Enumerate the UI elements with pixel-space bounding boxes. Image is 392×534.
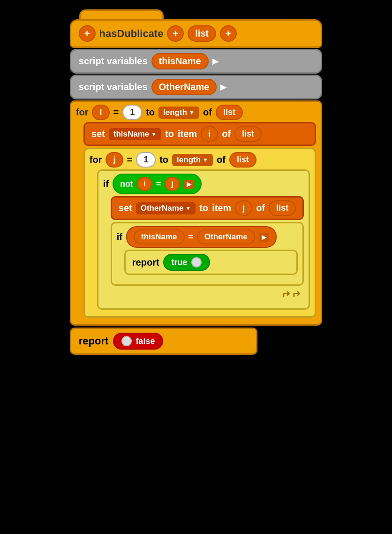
for-j-start[interactable]: 1 [136, 152, 156, 168]
true-label: true [172, 258, 188, 267]
if-thisname-container: if thisName = OtherName ▶ report [111, 222, 304, 286]
report-false-block: report false [70, 328, 257, 355]
if-not-keyword: if [103, 179, 109, 190]
hat-block: + hasDublicate + list + [70, 19, 322, 48]
set-thisname-keyword: set [91, 129, 105, 139]
scroll-arrow-1[interactable]: ↵ [281, 288, 290, 300]
hat-plus2[interactable]: + [167, 25, 184, 42]
hat-plus1[interactable]: + [79, 25, 96, 42]
set-thisname-list[interactable]: list [234, 126, 262, 142]
for-j-eq: = [127, 154, 133, 165]
if-not-j[interactable]: j [165, 177, 180, 191]
set-othername-item: item [212, 203, 231, 214]
if-not-footer [103, 302, 304, 305]
if-not-eq: = [156, 179, 161, 189]
for-i-to: to [146, 107, 155, 118]
for-j-length[interactable]: length ▼ [172, 154, 213, 166]
set-thisname-item: item [178, 129, 197, 139]
for-i-of: of [203, 107, 212, 118]
for-j-footer [90, 310, 310, 313]
if-thisname-footer [117, 277, 298, 282]
not-label: not [120, 179, 133, 189]
set-thisname-of: of [222, 129, 231, 139]
script-variables-2-label: script variables [79, 82, 148, 92]
if-thisname-keyword: if [117, 232, 122, 243]
if-not-header: if not i = j ▶ [103, 174, 304, 194]
set-thisname-i[interactable]: i [201, 126, 218, 142]
for-i-length-arrow: ▼ [189, 109, 195, 116]
set-othername-dropdown-arrow: ▼ [185, 205, 191, 212]
for-i-eq: = [113, 107, 119, 118]
report-true-keyword: report [132, 257, 159, 268]
false-toggle[interactable] [121, 336, 132, 346]
if-thisname-var2[interactable]: OtherName [197, 229, 255, 244]
false-label: false [136, 336, 155, 346]
if-thisname-eq: = [188, 232, 194, 242]
thisname-condition[interactable]: thisName = OtherName ▶ [126, 226, 277, 248]
report-true-block: report true [124, 250, 298, 275]
for-i-header: for i = 1 to length ▼ of list [76, 105, 316, 120]
set-othername-j[interactable]: j [235, 200, 252, 216]
scroll-arrows: ↵ ↵ [103, 286, 304, 302]
for-j-var[interactable]: j [106, 152, 123, 168]
for-j-keyword: for [90, 154, 102, 165]
for-j-to: to [159, 154, 168, 165]
for-i-container: for i = 1 to length ▼ of list set thisNa… [70, 100, 322, 326]
set-thisname-block: set thisName ▼ to item i of list [83, 122, 316, 146]
script-variables-2-arrow[interactable]: ▶ [220, 83, 226, 92]
if-not-container: if not i = j ▶ set OtherName ▼ [97, 169, 310, 310]
true-toggle[interactable] [191, 257, 202, 267]
script-variables-1-var[interactable]: thisName [151, 53, 209, 69]
for-i-list[interactable]: list [216, 105, 243, 120]
blocks-container: + hasDublicate + list + script variables… [70, 9, 322, 355]
hat-label: hasDublicate [99, 28, 164, 40]
for-j-length-arrow: ▼ [203, 157, 208, 163]
for-i-footer [76, 318, 316, 321]
set-othername-list[interactable]: list [269, 200, 296, 216]
for-i-start[interactable]: 1 [122, 105, 142, 120]
set-othername-of: of [256, 203, 265, 214]
false-pill[interactable]: false [113, 333, 163, 350]
for-i-length[interactable]: length ▼ [158, 107, 199, 119]
for-j-container: for j = 1 to length ▼ of list if [83, 148, 316, 318]
script-variables-1-arrow[interactable]: ▶ [212, 57, 218, 66]
for-i-keyword: for [76, 107, 89, 118]
if-thisname-arrow[interactable]: ▶ [259, 233, 269, 242]
if-not-i[interactable]: i [137, 177, 152, 191]
if-thisname-header: if thisName = OtherName ▶ [117, 226, 298, 248]
not-condition[interactable]: not i = j ▶ [113, 174, 202, 194]
hat-plus3[interactable]: + [220, 25, 237, 42]
for-j-list[interactable]: list [229, 152, 256, 168]
true-pill[interactable]: true [163, 254, 210, 271]
for-j-header: for j = 1 to length ▼ of list [90, 152, 310, 168]
set-othername-to: to [199, 203, 208, 214]
script-variables-1: script variables thisName ▶ [70, 49, 322, 74]
report-false-keyword: report [79, 335, 109, 347]
script-variables-2-var[interactable]: OtherName [151, 79, 217, 95]
if-not-arrow[interactable]: ▶ [184, 180, 194, 189]
for-j-of: of [217, 154, 226, 165]
hat-param[interactable]: list [188, 25, 216, 42]
set-thisname-arrow: ▼ [151, 131, 157, 137]
scroll-arrow-2[interactable]: ↵ [292, 288, 300, 300]
set-othername-var[interactable]: OtherName ▼ [136, 202, 196, 214]
set-thisname-var[interactable]: thisName ▼ [109, 128, 161, 140]
set-thisname-to: to [165, 129, 174, 139]
set-othername-keyword: set [119, 203, 132, 214]
set-othername-block: set OtherName ▼ to item j of list [111, 196, 304, 220]
script-variables-1-label: script variables [79, 56, 148, 67]
if-thisname-var1[interactable]: thisName [134, 229, 185, 244]
for-i-var[interactable]: i [92, 105, 109, 120]
script-variables-2: script variables OtherName ▶ [70, 75, 322, 99]
